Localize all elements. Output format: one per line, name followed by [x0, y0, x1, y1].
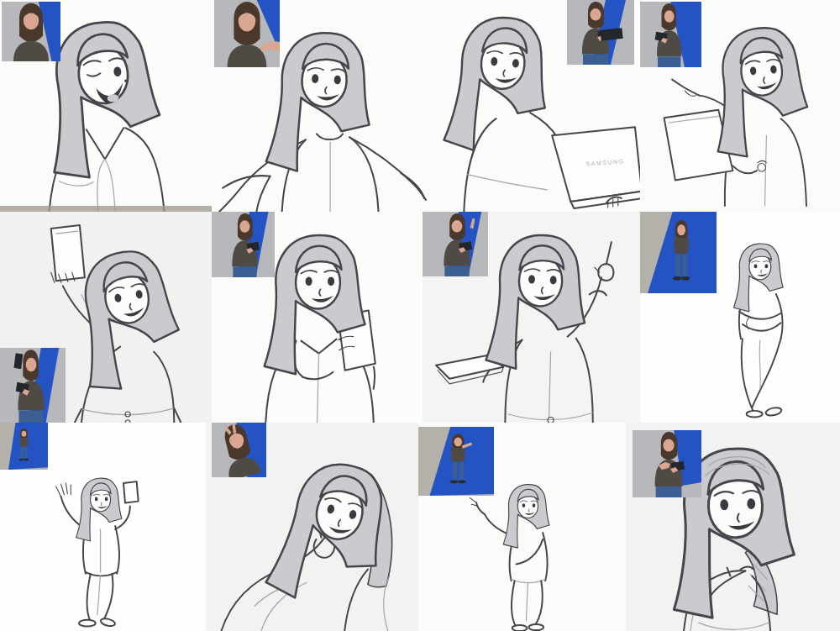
reference-photo-image [418, 427, 494, 496]
reference-character [228, 2, 267, 67]
reference-laptop [600, 28, 622, 40]
reference-photo-3 [567, 0, 634, 65]
reference-photo-image [2, 2, 60, 61]
shoe [512, 625, 528, 631]
shoe [528, 624, 543, 630]
reference-photo-image [567, 0, 634, 65]
reference-photo-1 [2, 2, 60, 61]
selfie-arm [260, 41, 280, 52]
reference-photo-4 [640, 2, 701, 67]
phone [123, 481, 139, 502]
shoe [79, 620, 96, 627]
sketch-panel-9 [0, 423, 206, 631]
sketch-panel-6 [212, 212, 423, 423]
reference-photo-image [633, 430, 701, 497]
wristwatch [758, 164, 766, 172]
reference-photo-10 [212, 423, 266, 477]
sketch-panel-11 [418, 423, 626, 631]
sketch-panel-10 [206, 423, 418, 631]
sketch-panel-7 [423, 212, 640, 423]
reference-photo-image [212, 212, 275, 277]
reference-photo-2 [214, 0, 280, 67]
reference-photo-12 [633, 430, 701, 497]
shoe [747, 411, 763, 418]
reference-photo-image [640, 212, 717, 293]
reference-photo-7 [423, 212, 488, 276]
reference-photo-11 [418, 427, 494, 496]
reference-photo-8 [640, 212, 717, 293]
pose-sheet: SAMSUNG [0, 0, 840, 631]
shoe [100, 618, 116, 628]
reference-photo-image [640, 2, 701, 67]
sketch-panel-12 [626, 423, 840, 631]
shoe [765, 407, 782, 417]
reference-photo-image [423, 212, 488, 276]
sketch-panel-8 [640, 212, 840, 423]
sketch-panel-1 [0, 0, 212, 212]
reference-photo-image [0, 348, 66, 423]
reference-photo-image [212, 423, 266, 477]
reference-photo-6 [212, 212, 275, 277]
blue-backdrop [8, 423, 48, 470]
reference-photo-9 [0, 423, 48, 470]
reference-photo-image [0, 423, 48, 470]
desk-edge [0, 206, 212, 212]
reference-photo-5 [0, 348, 66, 423]
sketch-panel-2 [212, 0, 428, 212]
reference-photo-image [214, 0, 280, 67]
sketch-panel-5 [0, 212, 212, 423]
sketch-panel-3: SAMSUNG [428, 0, 640, 212]
reference-phone [14, 353, 24, 369]
sketch-panel-4 [640, 0, 840, 212]
